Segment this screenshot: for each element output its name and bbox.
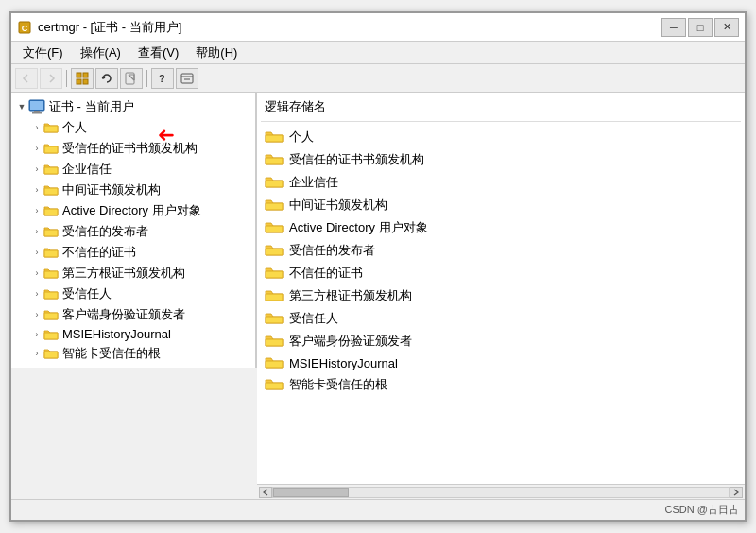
right-label: Active Directory 用户对象: [289, 219, 428, 236]
toolbar-sep2: [146, 70, 147, 87]
expand-icon[interactable]: ›: [30, 142, 43, 155]
tree-item-trusted-people[interactable]: › 受信任人: [11, 284, 255, 304]
scroll-right-button[interactable]: [730, 487, 743, 498]
right-label: MSIEHistoryJournal: [289, 356, 398, 370]
tree-item-msie-history[interactable]: › MSIEHistoryJournal: [11, 325, 255, 343]
forward-button[interactable]: [40, 68, 62, 89]
svg-rect-4: [77, 79, 81, 84]
svg-rect-35: [266, 294, 283, 301]
tree-item-personal[interactable]: › 个人: [11, 117, 255, 138]
right-item-active-dir[interactable]: Active Directory 用户对象: [261, 216, 741, 239]
right-item-intermediate[interactable]: 中间证书颁发机构: [261, 194, 741, 216]
right-label: 企业信任: [289, 174, 338, 191]
toolbar-sep1: [66, 70, 67, 87]
folder-icon: [43, 347, 59, 360]
title-bar-left: C certmgr - [证书 - 当前用户]: [17, 19, 181, 36]
tree-item-untrusted[interactable]: › 不信任的证书: [11, 242, 255, 263]
folder-icon: [43, 183, 59, 197]
view-button[interactable]: [71, 68, 94, 89]
status-text: CSDN @古日古: [665, 503, 739, 517]
tree-item-trusted-publisher[interactable]: › 受信任的发布者: [11, 221, 255, 242]
folder-icon: [43, 204, 59, 217]
export-button[interactable]: [120, 68, 143, 89]
svg-rect-25: [44, 313, 58, 319]
right-item-client-auth[interactable]: 客户端身份验证颁发者: [261, 330, 741, 352]
svg-text:?: ?: [159, 73, 165, 84]
expand-icon[interactable]: ›: [30, 246, 43, 259]
right-item-enterprise[interactable]: 企业信任: [261, 171, 741, 194]
svg-rect-5: [83, 79, 88, 84]
properties-button[interactable]: [176, 68, 198, 89]
expand-icon[interactable]: ›: [30, 163, 43, 176]
root-expand-icon[interactable]: ▼: [15, 100, 28, 113]
maximize-button[interactable]: □: [688, 18, 713, 37]
folder-icon: [43, 225, 59, 238]
properties-icon: [180, 72, 194, 85]
right-pane: 逻辑存储名 个人 受信任的证书书颁发机构: [257, 93, 745, 484]
minimize-button[interactable]: ─: [662, 18, 686, 37]
export-icon: [125, 72, 138, 85]
right-item-trusted-ca[interactable]: 受信任的证书书颁发机构: [261, 148, 741, 171]
folder-icon: [265, 175, 284, 190]
menu-file[interactable]: 文件(F): [15, 43, 71, 63]
folder-icon: [265, 129, 284, 145]
expand-icon[interactable]: ›: [30, 266, 43, 280]
menu-bar: 文件(F) 操作(A) 查看(V) 帮助(H): [11, 42, 745, 64]
right-item-untrusted[interactable]: 不信任的证书: [261, 262, 741, 284]
tree-label: 个人: [62, 119, 87, 136]
right-pane-container: 逻辑存储名 个人 受信任的证书书颁发机构: [257, 93, 745, 499]
expand-icon[interactable]: ›: [30, 308, 43, 321]
menu-action[interactable]: 操作(A): [73, 43, 129, 63]
right-item-smartcard[interactable]: 智能卡受信任的根: [261, 373, 741, 396]
tree-item-client-auth[interactable]: › 客户端身份验证颁发者: [11, 304, 255, 325]
menu-view[interactable]: 查看(V): [130, 43, 186, 63]
help-button[interactable]: ?: [151, 68, 174, 89]
h-scrollbar-track[interactable]: [272, 487, 730, 498]
folder-icon: [265, 220, 284, 235]
right-label: 智能卡受信任的根: [289, 376, 387, 393]
tree-label: MSIEHistoryJournal: [62, 327, 171, 341]
tree-item-trusted-ca[interactable]: › 受信任的证书书颁发机构: [11, 138, 255, 159]
tree-item-smartcard[interactable]: › 智能卡受信任的根: [11, 343, 255, 364]
svg-rect-15: [30, 101, 43, 110]
forward-icon: [44, 72, 58, 85]
expand-icon[interactable]: ›: [30, 328, 43, 341]
right-item-trusted-publisher[interactable]: 受信任的发布者: [261, 239, 741, 262]
svg-rect-36: [266, 317, 283, 323]
tree-label: 第三方根证书颁发机构: [62, 265, 185, 282]
right-item-msie[interactable]: MSIEHistoryJournal: [261, 352, 741, 373]
refresh-icon: [100, 72, 113, 85]
back-button[interactable]: [15, 68, 38, 89]
svg-rect-9: [181, 74, 193, 83]
expand-icon[interactable]: ›: [30, 121, 43, 134]
tree-item-intermediate[interactable]: › 中间证书颁发机构: [11, 180, 255, 200]
tree-item-third-party-root[interactable]: › 第三方根证书颁发机构: [11, 263, 255, 284]
folder-icon: [265, 311, 284, 326]
folder-icon: [265, 152, 284, 167]
tree-item-enterprise[interactable]: › 企业信任: [11, 159, 255, 180]
tree-item-active-dir[interactable]: › Active Directory 用户对象: [11, 200, 255, 221]
scroll-left-button[interactable]: [259, 487, 272, 498]
svg-rect-13: [34, 111, 40, 112]
right-item-personal[interactable]: 个人: [261, 126, 741, 148]
right-label: 中间证书颁发机构: [289, 197, 387, 214]
svg-rect-24: [44, 292, 58, 299]
menu-help[interactable]: 帮助(H): [188, 43, 245, 63]
expand-icon[interactable]: ›: [30, 183, 43, 197]
right-label: 受信任人: [289, 310, 338, 327]
svg-rect-30: [266, 181, 283, 187]
refresh-button[interactable]: [95, 68, 118, 89]
status-bar: CSDN @古日古: [11, 499, 745, 520]
expand-icon[interactable]: ›: [30, 347, 43, 360]
tree-label: Active Directory 用户对象: [62, 202, 201, 219]
folder-icon: [43, 328, 59, 341]
tree-root-item[interactable]: ▼ 证书 - 当前用户: [11, 96, 255, 117]
expand-icon[interactable]: ›: [30, 204, 43, 217]
right-item-third-party[interactable]: 第三方根证书颁发机构: [261, 284, 741, 307]
expand-icon[interactable]: ›: [30, 225, 43, 238]
expand-icon[interactable]: ›: [30, 287, 43, 301]
close-button[interactable]: ✕: [714, 18, 739, 37]
right-item-trusted-people[interactable]: 受信任人: [261, 307, 741, 330]
h-scrollbar-thumb[interactable]: [273, 488, 349, 497]
svg-rect-31: [266, 203, 283, 210]
